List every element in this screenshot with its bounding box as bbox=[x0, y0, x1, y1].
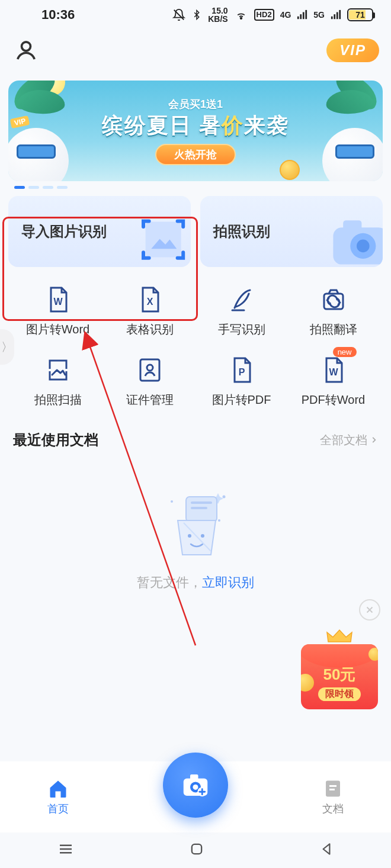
sys-home-button[interactable] bbox=[188, 841, 205, 860]
battery-indicator: 71 bbox=[347, 8, 373, 21]
nav-docs-label: 文档 bbox=[322, 802, 344, 816]
grid-handwriting[interactable]: 手写识别 bbox=[196, 285, 287, 337]
word-doc-icon: W bbox=[44, 285, 72, 314]
camera-illustration-icon bbox=[318, 202, 383, 267]
svg-text:P: P bbox=[238, 367, 245, 377]
svg-rect-33 bbox=[190, 774, 198, 780]
svg-point-29 bbox=[188, 534, 191, 538]
scan-icon bbox=[44, 356, 72, 384]
wifi-icon bbox=[234, 9, 248, 21]
status-bar: 10:36 15.0KB/S HD2 4G 5G 71 bbox=[0, 0, 391, 30]
profile-icon[interactable] bbox=[14, 38, 38, 62]
grid-label: PDF转Word bbox=[302, 392, 365, 408]
svg-rect-38 bbox=[329, 785, 336, 787]
kbps-value: 15.0 bbox=[211, 7, 227, 15]
svg-rect-9 bbox=[339, 10, 341, 19]
app-header: VIP bbox=[0, 30, 391, 71]
empty-text: 暂无文件，立即识别 bbox=[137, 574, 254, 591]
promo-title: 缤纷夏日 暑价来袭 bbox=[102, 111, 289, 140]
crown-icon bbox=[325, 628, 354, 644]
all-docs-link[interactable]: 全部文档 bbox=[320, 432, 378, 448]
signal-icon-2 bbox=[331, 9, 341, 20]
grid-image-to-pdf[interactable]: P 图片转PDF bbox=[196, 355, 287, 408]
grid-label: 拍照扫描 bbox=[34, 392, 82, 408]
svg-rect-6 bbox=[331, 17, 333, 20]
red-packet-promo[interactable]: 50元 限时领 bbox=[295, 628, 384, 709]
svg-point-10 bbox=[22, 42, 31, 51]
grid-label: 表格识别 bbox=[126, 322, 174, 337]
empty-state: 暂无文件，立即识别 bbox=[0, 485, 391, 591]
bell-mute-icon bbox=[172, 8, 185, 21]
svg-rect-28 bbox=[191, 507, 207, 509]
signal-icon-1 bbox=[297, 9, 307, 20]
import-image-card[interactable]: 导入图片识别 bbox=[8, 196, 191, 267]
status-time: 10:36 bbox=[18, 7, 75, 22]
grid-table-recognition[interactable]: X 表格识别 bbox=[104, 285, 196, 337]
kbps-unit: KB/S bbox=[208, 15, 227, 23]
recent-docs-header: 最近使用文档 全部文档 bbox=[0, 420, 391, 449]
promo-button[interactable]: 火热开抢 bbox=[155, 144, 236, 165]
svg-rect-39 bbox=[329, 789, 335, 790]
svg-rect-2 bbox=[297, 17, 299, 20]
grid-label: 拍照翻译 bbox=[310, 322, 357, 337]
document-icon bbox=[322, 778, 344, 799]
close-icon bbox=[364, 605, 375, 615]
camera-add-icon bbox=[180, 769, 211, 801]
grid-label: 图片转PDF bbox=[212, 392, 271, 408]
packet-tag: 限时领 bbox=[318, 687, 361, 701]
svg-rect-4 bbox=[303, 12, 305, 20]
grid-pdf-to-word[interactable]: new W PDF转Word bbox=[287, 355, 379, 408]
svg-rect-5 bbox=[306, 10, 307, 19]
excel-doc-icon: X bbox=[136, 285, 164, 314]
empty-illustration-icon bbox=[154, 485, 237, 568]
svg-point-1 bbox=[240, 18, 242, 20]
close-promo-button[interactable] bbox=[359, 599, 380, 621]
svg-text:W: W bbox=[329, 367, 338, 377]
sys-recent-button[interactable] bbox=[57, 840, 75, 860]
recent-docs-title: 最近使用文档 bbox=[13, 430, 98, 449]
recognize-now-link[interactable]: 立即识别 bbox=[202, 575, 254, 590]
svg-point-25 bbox=[218, 519, 220, 522]
svg-text:X: X bbox=[146, 297, 153, 307]
svg-point-15 bbox=[357, 240, 370, 253]
svg-point-30 bbox=[201, 534, 204, 538]
sys-back-button[interactable] bbox=[319, 841, 334, 859]
nav-home[interactable]: 首页 bbox=[47, 778, 69, 816]
new-badge: new bbox=[333, 347, 357, 357]
grid-label: 证件管理 bbox=[126, 392, 174, 408]
pdf-doc-icon: P bbox=[227, 356, 256, 384]
svg-rect-3 bbox=[300, 14, 302, 19]
promo-subtitle: 会员买1送1 bbox=[168, 97, 223, 111]
nav-docs[interactable]: 文档 bbox=[322, 778, 344, 816]
camera-recognition-card[interactable]: 拍照识别 bbox=[200, 196, 383, 267]
grid-label: 图片转Word bbox=[26, 322, 89, 337]
hd-badge: HD2 bbox=[254, 9, 274, 21]
grid-image-to-word[interactable]: W 图片转Word bbox=[12, 285, 104, 337]
camera-fab[interactable] bbox=[163, 753, 228, 818]
svg-point-24 bbox=[223, 496, 226, 499]
packet-amount: 50元 bbox=[323, 664, 356, 685]
bluetooth-icon bbox=[191, 8, 202, 21]
net-4g: 4G bbox=[280, 10, 291, 20]
vip-badge[interactable]: VIP bbox=[326, 38, 379, 62]
svg-rect-8 bbox=[336, 12, 338, 20]
svg-rect-40 bbox=[192, 844, 201, 854]
svg-rect-27 bbox=[191, 501, 212, 504]
chevron-right-icon bbox=[370, 436, 378, 444]
home-icon bbox=[47, 778, 69, 799]
side-handle[interactable]: 〉 bbox=[0, 329, 14, 365]
grid-photo-translate[interactable]: 拍照翻译 bbox=[287, 285, 379, 337]
promo-banner[interactable]: VIP 会员买1送1 缤纷夏日 暑价来袭 火热开抢 bbox=[8, 81, 383, 181]
status-indicators: 15.0KB/S HD2 4G 5G 71 bbox=[172, 7, 373, 23]
system-nav bbox=[0, 832, 391, 868]
svg-point-23 bbox=[171, 500, 173, 503]
svg-point-20 bbox=[147, 365, 153, 371]
feather-icon bbox=[227, 285, 256, 314]
svg-point-35 bbox=[193, 785, 198, 790]
net-5g: 5G bbox=[313, 10, 325, 20]
grid-photo-scan[interactable]: 拍照扫描 bbox=[12, 355, 104, 408]
id-card-icon bbox=[136, 356, 164, 384]
import-illustration-icon bbox=[126, 202, 191, 267]
camera-translate-icon bbox=[319, 285, 348, 314]
grid-id-management[interactable]: 证件管理 bbox=[104, 355, 196, 408]
